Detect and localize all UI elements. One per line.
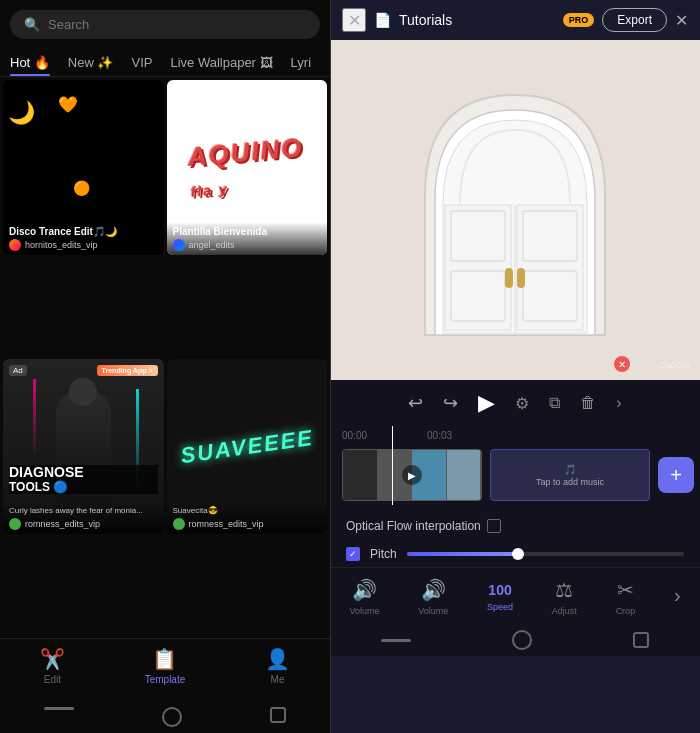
- card1-author: hornitos_edits_vip: [9, 239, 158, 251]
- adjust-label: Adjust: [552, 606, 577, 616]
- optical-flow-option: Optical Flow interpolation: [346, 519, 501, 533]
- audio-clip[interactable]: 🎵 Tap to add music: [490, 449, 650, 501]
- tab-hot[interactable]: Hot 🔥: [10, 47, 50, 76]
- speed-label: Speed: [487, 602, 513, 612]
- author-avatar3: [9, 518, 21, 530]
- card2-info: Plantilla Bienvenida angel_edits: [167, 222, 328, 255]
- header-title: Tutorials: [399, 12, 555, 28]
- cloud-emoji: 🧡: [58, 95, 78, 114]
- undo-button[interactable]: ↩: [408, 392, 423, 414]
- audio-label: Tap to add music: [536, 477, 604, 487]
- crop-icon: ✂: [617, 578, 634, 602]
- watermark-text: CapCut: [659, 360, 690, 370]
- crop-label: Crop: [616, 606, 636, 616]
- time-labels: 00:00 00:03: [342, 426, 688, 445]
- add-track-button[interactable]: +: [658, 457, 694, 493]
- diagnose-label: DIAGNOSE: [9, 465, 158, 480]
- nav-edit-label: Edit: [44, 674, 61, 685]
- svg-rect-7: [505, 268, 513, 288]
- author-name2: angel_edits: [189, 240, 235, 250]
- tool-adjust[interactable]: ⚖ Adjust: [552, 578, 577, 616]
- door-svg: [405, 75, 625, 345]
- dismiss-button[interactable]: ✕: [675, 11, 688, 30]
- play-button[interactable]: ▶: [478, 390, 495, 416]
- pitch-row: ✓ Pitch: [330, 541, 700, 567]
- phone-nav-bar-right: [330, 622, 700, 656]
- phone-nav-back[interactable]: [270, 707, 286, 723]
- volume2-icon: 🔊: [421, 578, 446, 602]
- more-button[interactable]: ›: [616, 394, 621, 412]
- tool-speed[interactable]: 100 Speed: [487, 582, 513, 612]
- phone-nav-home-right[interactable]: [512, 630, 532, 650]
- tab-lyric[interactable]: Lyri: [291, 47, 311, 76]
- pitch-checkbox[interactable]: ✓: [346, 547, 360, 561]
- author-name: hornitos_edits_vip: [25, 240, 98, 250]
- export-button[interactable]: Export: [602, 8, 667, 32]
- copy-button[interactable]: ⧉: [549, 394, 560, 412]
- card-suave[interactable]: SUAVEEEE Suavecita😎 romness_edits_vip: [167, 359, 328, 534]
- speed-value: 100: [488, 582, 511, 598]
- timeline-track: ▶ 🎵 Tap to add music +: [342, 449, 688, 501]
- pitch-slider-fill: [407, 552, 518, 556]
- bottom-toolbar-right: 🔊 Volume 🔊 Volume 100 Speed ⚖ Adjust ✂ C…: [330, 567, 700, 622]
- nav-me[interactable]: 👤 Me: [265, 647, 290, 685]
- tab-live[interactable]: Live Wallpaper 🖼: [170, 47, 272, 76]
- door-scene: [330, 40, 700, 380]
- panel-divider: [330, 0, 331, 733]
- more-icon: ›: [674, 584, 681, 607]
- tools-label: TOOLS 🔵: [9, 480, 158, 494]
- card1-title: Disco Trance Edit🎵🌙: [9, 226, 158, 237]
- tool-volume2[interactable]: 🔊 Volume: [418, 578, 448, 616]
- tool-more[interactable]: ›: [674, 584, 681, 611]
- delete-button[interactable]: 🗑: [580, 394, 596, 412]
- phone-nav-lines-right: [381, 639, 411, 642]
- card4-title: Suavecita😎: [173, 506, 322, 516]
- search-bar[interactable]: 🔍: [10, 10, 320, 39]
- optical-flow-checkbox[interactable]: [487, 519, 501, 533]
- music-icon: 🎵: [564, 464, 576, 475]
- card-diagnose[interactable]: Ad Trending App > DIAGNOSE TOOLS 🔵 Curly…: [3, 359, 164, 534]
- nav-edit[interactable]: ✂️ Edit: [40, 647, 65, 685]
- caption-title: Curly lashes away the fear of monia...: [9, 506, 158, 516]
- author-name4: romness_edits_vip: [189, 519, 264, 529]
- aquino-text: AQUINOfla y: [186, 132, 307, 204]
- tab-vip[interactable]: VIP: [131, 47, 152, 76]
- author-name3: romness_edits_vip: [25, 519, 100, 529]
- tab-new[interactable]: New ✨: [68, 47, 114, 76]
- phone-nav-home[interactable]: [162, 707, 182, 727]
- card4-caption: Suavecita😎 romness_edits_vip: [167, 502, 328, 534]
- close-button[interactable]: ✕: [342, 8, 366, 32]
- author-avatar: [9, 239, 21, 251]
- volume-label: Volume: [349, 606, 379, 616]
- tool-crop[interactable]: ✂ Crop: [616, 578, 636, 616]
- pitch-slider-thumb: [512, 548, 524, 560]
- volume2-label: Volume: [418, 606, 448, 616]
- settings-button[interactable]: ⚙: [515, 394, 529, 413]
- cloud-emoji: 🌤: [23, 160, 41, 181]
- audio-info: 🎵 Tap to add music: [536, 464, 604, 487]
- card2-title: Plantilla Bienvenida: [173, 226, 322, 237]
- time-cursor: [392, 426, 393, 505]
- svg-rect-2: [517, 205, 583, 330]
- trending-badge: Trending App >: [97, 365, 158, 376]
- phone-nav-back-right[interactable]: [633, 632, 649, 648]
- nav-template[interactable]: 📋 Template: [145, 647, 186, 685]
- search-input[interactable]: [48, 17, 306, 32]
- video-clip[interactable]: ▶: [342, 449, 482, 501]
- card-aquino[interactable]: AQUINOfla y Plantilla Bienvenida angel_e…: [167, 80, 328, 255]
- pro-badge[interactable]: PRO: [563, 13, 595, 27]
- pitch-slider[interactable]: [407, 552, 684, 556]
- optical-flow-label: Optical Flow interpolation: [346, 519, 481, 533]
- template-icon: 📋: [152, 647, 177, 671]
- film-frame-4: [447, 450, 482, 500]
- tool-volume[interactable]: 🔊 Volume: [349, 578, 379, 616]
- search-icon: 🔍: [24, 17, 40, 32]
- redo-button[interactable]: ↪: [443, 392, 458, 414]
- preview-area: ✕ CapCut: [330, 40, 700, 380]
- remove-watermark-button[interactable]: ✕: [614, 356, 630, 372]
- time-start: 00:00: [342, 430, 367, 441]
- card-dark-clouds[interactable]: 🌙 🧡 🌤 🌤 🟠 🌤 🌤 Disco Trance Edit🎵🌙 hornit…: [3, 80, 164, 255]
- nav-me-label: Me: [271, 674, 285, 685]
- phone-nav-lines: [44, 707, 74, 710]
- author-avatar4: [173, 518, 185, 530]
